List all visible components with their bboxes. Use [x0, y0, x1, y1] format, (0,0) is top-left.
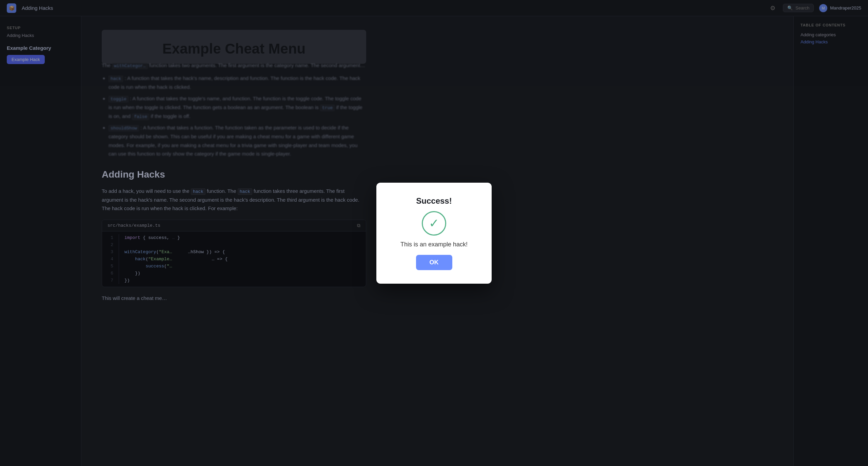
- success-icon-wrapper: ✓: [422, 211, 446, 236]
- modal-ok-button[interactable]: OK: [416, 255, 452, 270]
- modal-overlay: Success! ✓ This is an example hack! OK: [0, 0, 868, 466]
- modal-title: Success!: [416, 196, 452, 206]
- success-modal: Success! ✓ This is an example hack! OK: [376, 183, 492, 284]
- modal-body: This is an example hack!: [400, 241, 468, 248]
- checkmark-icon: ✓: [429, 217, 439, 229]
